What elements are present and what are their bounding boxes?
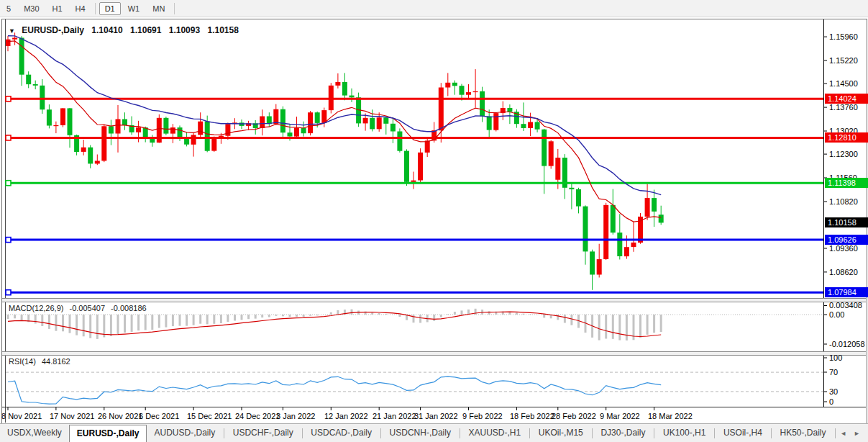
date-label: 31 Jan 2022 <box>414 412 458 420</box>
date-label: 18 Feb 2022 <box>510 412 554 420</box>
tab-separator <box>460 428 460 438</box>
tab-separator <box>380 428 381 438</box>
tab-usdcnh-daily[interactable]: USDCNH-,Daily <box>383 424 458 442</box>
price-line-badge: 1.09626 <box>825 235 868 245</box>
date-label: 17 Nov 2021 <box>50 412 94 420</box>
macd-histogram <box>8 309 661 340</box>
symbol-tabbar: USDX,WeeklyEURUSD-,DailyAUDUSD-,DailyUSD… <box>0 423 868 442</box>
rsi-line <box>8 376 661 404</box>
date-label: 15 Dec 2021 <box>187 412 232 420</box>
tab-usdx-weekly[interactable]: USDX,Weekly <box>0 424 69 442</box>
symbol-dropdown-icon[interactable]: ▼ <box>9 27 15 35</box>
rsi-pane-splitter[interactable] <box>2 351 866 356</box>
tab-usoil-h4[interactable]: USOil-,H4 <box>716 424 769 442</box>
macd-label: MACD(12,26,9) -0.005407 -0.008186 <box>9 304 150 312</box>
tab-xauusd-h1[interactable]: XAUUSD-,H1 <box>462 424 529 442</box>
tab-uk100-h1[interactable]: UK100-,H1 <box>656 424 713 442</box>
current-price-badge: 1.10158 <box>825 217 868 227</box>
tab-separator <box>714 428 715 438</box>
rsi-axis-label: 100 <box>829 353 842 362</box>
tab-separator <box>771 428 772 438</box>
tab-hk50-daily[interactable]: HK50-,Daily <box>773 424 833 442</box>
date-label: 8 Nov 2021 <box>1 412 42 420</box>
ohlc-open: 1.10410 <box>91 25 122 35</box>
date-label: 28 Feb 2022 <box>552 412 596 420</box>
macd-pane-splitter[interactable] <box>2 298 866 302</box>
tab-separator <box>654 428 654 438</box>
price-line-badge: 1.14024 <box>825 94 868 104</box>
tab-separator <box>529 428 530 438</box>
tab-dj30-daily[interactable]: DJ30-,Daily <box>593 424 652 442</box>
tab-separator <box>224 428 224 438</box>
tab-eurusd-daily[interactable]: EURUSD-,Daily <box>69 425 147 442</box>
macd-signal-line <box>8 312 661 336</box>
price-line-badge: 1.11398 <box>825 178 868 188</box>
price-axis-label: 1.10820 <box>829 197 858 206</box>
ohlc-high: 1.10691 <box>130 25 161 35</box>
date-label: 24 Dec 2021 <box>235 412 280 420</box>
tab-separator <box>592 428 593 438</box>
price-axis-border <box>823 19 824 407</box>
mt4-terminal: 5M30H1H4D1W1MN ▼ EURUSD-,Daily 1.10410 1… <box>0 0 868 442</box>
rsi-label: RSI(14) 44.8162 <box>9 357 74 366</box>
price-line-badge: 1.07984 <box>825 287 868 297</box>
rsi-name: RSI(14) <box>9 357 36 366</box>
chart-title: ▼ EURUSD-,Daily 1.10410 1.10691 1.10093 … <box>9 25 239 35</box>
price-axis-label: 1.12300 <box>829 150 858 158</box>
macd-signal-value: -0.008186 <box>111 304 147 312</box>
price-axis-label: 1.08620 <box>829 268 858 276</box>
price-line-badge: 1.12810 <box>825 132 868 143</box>
tab-separator <box>302 428 303 438</box>
rsi-axis-label: 0 <box>829 397 833 406</box>
chart-symbol-label: EURUSD-,Daily <box>22 25 84 35</box>
tabs-scroll-left-icon[interactable]: ◄ <box>836 430 850 437</box>
macd-axis-label: -0.012058 <box>829 340 865 348</box>
date-label: 21 Jan 2022 <box>373 412 416 420</box>
ohlc-close: 1.10158 <box>208 25 239 35</box>
tab-separator <box>835 428 836 438</box>
candlestick-series <box>6 32 664 290</box>
price-axis-label: 1.15220 <box>829 56 858 65</box>
rsi-axis-label: 30 <box>829 387 838 396</box>
ohlc-low: 1.10093 <box>169 25 200 35</box>
date-label: 12 Jan 2022 <box>324 412 368 420</box>
macd-main-value: -0.005407 <box>69 304 105 312</box>
date-axis-border <box>2 407 866 407</box>
price-axis-label: 1.13760 <box>829 103 858 112</box>
tab-audusd-daily[interactable]: AUDUSD-,Daily <box>147 424 222 442</box>
date-label: 18 Mar 2022 <box>648 412 693 420</box>
price-axis-label: 1.09360 <box>829 244 858 253</box>
date-label: 9 Feb 2022 <box>462 412 503 420</box>
macd-name: MACD(12,26,9) <box>9 304 63 312</box>
price-axis-label: 1.15960 <box>829 32 858 41</box>
tabs-scroll-right-icon[interactable]: ► <box>850 430 864 437</box>
date-label: 3 Jan 2022 <box>276 412 315 420</box>
macd-axis-label: 0.00 <box>829 310 844 319</box>
macd-axis-label: 0.003408 <box>829 301 862 310</box>
date-label: 26 Nov 2021 <box>98 412 142 420</box>
date-label: 6 Dec 2021 <box>139 412 179 420</box>
chart-plot-area[interactable] <box>0 0 868 442</box>
rsi-value: 44.8162 <box>42 357 70 366</box>
tab-ukoil-m15[interactable]: UKOil-,M15 <box>531 424 590 442</box>
rsi-axis-label: 70 <box>829 368 838 376</box>
tab-usdchf-daily[interactable]: USDCHF-,Daily <box>226 424 301 442</box>
date-label: 9 Mar 2022 <box>600 412 640 420</box>
price-axis-label: 1.14500 <box>829 79 858 88</box>
tab-usdcad-daily[interactable]: USDCAD-,Daily <box>303 424 379 442</box>
